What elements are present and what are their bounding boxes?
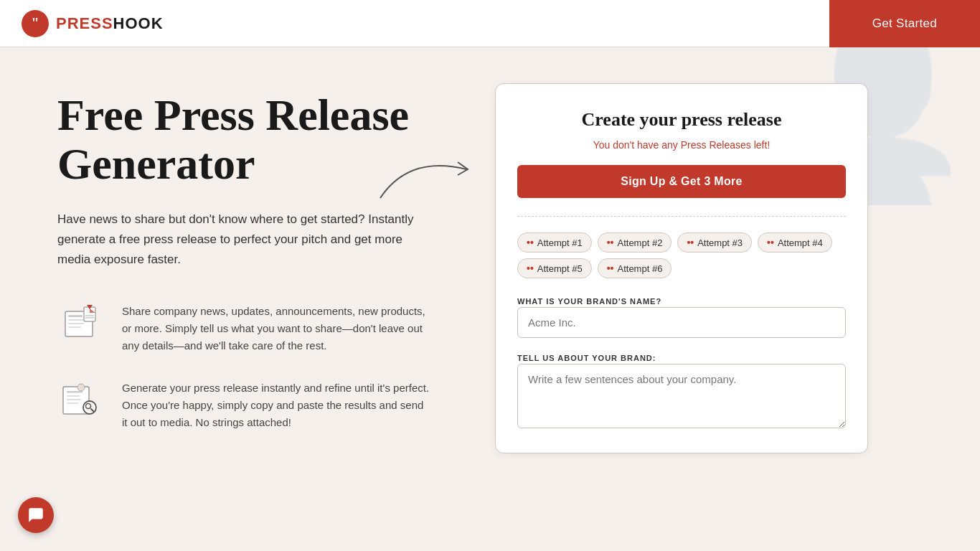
attempt-tab-2[interactable]: •• Attempt #2 xyxy=(598,232,672,253)
warning-text: You don't have any Press Releases left! xyxy=(517,139,846,151)
signup-button[interactable]: Sign Up & Get 3 More xyxy=(517,165,846,198)
attempt-tab-5[interactable]: •• Attempt #5 xyxy=(517,258,592,278)
brand-name-label: WHAT IS YOUR BRAND'S NAME? xyxy=(517,297,661,306)
attempt-tab-3[interactable]: •• Attempt #3 xyxy=(677,232,752,253)
svg-rect-12 xyxy=(67,391,83,393)
attempt-tabs: •• Attempt #1 •• Attempt #2 •• Attempt #… xyxy=(517,232,846,278)
attempt-tab-6[interactable]: •• Attempt #6 xyxy=(598,258,672,278)
svg-rect-3 xyxy=(68,323,84,324)
feature-item-2: Generate your press release instantly an… xyxy=(57,380,452,431)
main-content: 👤👤 Free Press Release Generator Have new… xyxy=(0,47,980,551)
form-card-title: Create your press release xyxy=(517,109,846,131)
brand-about-textarea[interactable] xyxy=(517,364,846,428)
attempt-tab-4[interactable]: •• Attempt #4 xyxy=(758,232,832,253)
brand-about-label: TELL US ABOUT YOUR BRAND: xyxy=(517,354,656,362)
hero-description: Have news to share but don't know where … xyxy=(57,209,430,270)
form-card: Create your press release You don't have… xyxy=(495,83,868,453)
svg-rect-15 xyxy=(67,402,78,404)
left-panel: Free Press Release Generator Have news t… xyxy=(0,47,488,551)
get-started-button[interactable]: Get Started xyxy=(829,0,980,47)
svg-rect-14 xyxy=(67,399,81,400)
feature-text-1: Share company news, updates, announcemen… xyxy=(122,303,430,354)
form-divider xyxy=(517,216,846,217)
brand-name-input[interactable] xyxy=(517,307,846,338)
svg-rect-4 xyxy=(68,326,81,328)
attempt-tab-1[interactable]: •• Attempt #1 xyxy=(517,232,592,253)
svg-point-19 xyxy=(85,404,90,409)
news-icon xyxy=(57,303,108,346)
feature-item-1: Share company news, updates, announcemen… xyxy=(57,303,452,354)
logo-icon: " xyxy=(22,10,49,37)
logo-text: PRESSHOOK xyxy=(56,14,164,33)
logo-area: " PRESSHOOK xyxy=(0,10,164,37)
arrow-decoration xyxy=(373,148,488,205)
right-panel: Create your press release You don't have… xyxy=(488,47,980,551)
svg-rect-13 xyxy=(67,395,80,397)
svg-rect-1 xyxy=(68,315,83,317)
chat-bubble-button[interactable] xyxy=(18,497,54,533)
header: " PRESSHOOK Get Started xyxy=(0,0,980,47)
search-doc-icon xyxy=(57,380,108,423)
feature-text-2: Generate your press release instantly an… xyxy=(122,380,430,431)
svg-point-16 xyxy=(77,384,85,391)
